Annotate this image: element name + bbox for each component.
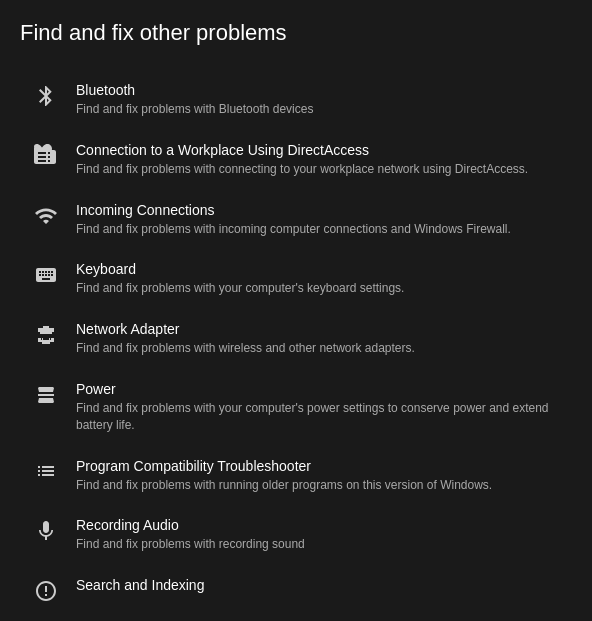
incoming-connections-description: Find and fix problems with incoming comp…	[76, 221, 564, 238]
program-icon	[28, 460, 64, 484]
search-indexing-title: Search and Indexing	[76, 577, 564, 593]
network-icon	[28, 323, 64, 347]
keyboard-icon	[28, 263, 64, 287]
search-icon	[28, 579, 64, 603]
page-title: Find and fix other problems	[20, 20, 572, 46]
power-content: Power Find and fix problems with your co…	[76, 381, 564, 434]
list-item-power[interactable]: Power Find and fix problems with your co…	[20, 369, 572, 446]
list-item-incoming-connections[interactable]: Incoming Connections Find and fix proble…	[20, 190, 572, 250]
incoming-connections-title: Incoming Connections	[76, 202, 564, 218]
incoming-connections-content: Incoming Connections Find and fix proble…	[76, 202, 564, 238]
recording-audio-content: Recording Audio Find and fix problems wi…	[76, 517, 564, 553]
list-item-network-adapter[interactable]: Network Adapter Find and fix problems wi…	[20, 309, 572, 369]
workplace-icon	[28, 144, 64, 168]
keyboard-title: Keyboard	[76, 261, 564, 277]
power-icon	[28, 383, 64, 407]
bluetooth-content: Bluetooth Find and fix problems with Blu…	[76, 82, 564, 118]
directaccess-description: Find and fix problems with connecting to…	[76, 161, 564, 178]
recording-audio-title: Recording Audio	[76, 517, 564, 533]
bluetooth-title: Bluetooth	[76, 82, 564, 98]
directaccess-title: Connection to a Workplace Using DirectAc…	[76, 142, 564, 158]
network-adapter-content: Network Adapter Find and fix problems wi…	[76, 321, 564, 357]
directaccess-content: Connection to a Workplace Using DirectAc…	[76, 142, 564, 178]
power-description: Find and fix problems with your computer…	[76, 400, 564, 434]
wifi-icon	[28, 204, 64, 228]
list-item-search-indexing[interactable]: Search and Indexing	[20, 565, 572, 615]
keyboard-content: Keyboard Find and fix problems with your…	[76, 261, 564, 297]
list-item-keyboard[interactable]: Keyboard Find and fix problems with your…	[20, 249, 572, 309]
bluetooth-description: Find and fix problems with Bluetooth dev…	[76, 101, 564, 118]
power-title: Power	[76, 381, 564, 397]
recording-audio-description: Find and fix problems with recording sou…	[76, 536, 564, 553]
network-adapter-description: Find and fix problems with wireless and …	[76, 340, 564, 357]
list-item-directaccess[interactable]: Connection to a Workplace Using DirectAc…	[20, 130, 572, 190]
list-item-recording-audio[interactable]: Recording Audio Find and fix problems wi…	[20, 505, 572, 565]
audio-icon	[28, 519, 64, 543]
list-item-program-compatibility[interactable]: Program Compatibility Troubleshooter Fin…	[20, 446, 572, 506]
troubleshooter-list: Bluetooth Find and fix problems with Blu…	[20, 70, 572, 615]
search-indexing-content: Search and Indexing	[76, 577, 564, 596]
network-adapter-title: Network Adapter	[76, 321, 564, 337]
program-compatibility-description: Find and fix problems with running older…	[76, 477, 564, 494]
program-compatibility-content: Program Compatibility Troubleshooter Fin…	[76, 458, 564, 494]
list-item-bluetooth[interactable]: Bluetooth Find and fix problems with Blu…	[20, 70, 572, 130]
bluetooth-icon	[28, 84, 64, 108]
keyboard-description: Find and fix problems with your computer…	[76, 280, 564, 297]
program-compatibility-title: Program Compatibility Troubleshooter	[76, 458, 564, 474]
